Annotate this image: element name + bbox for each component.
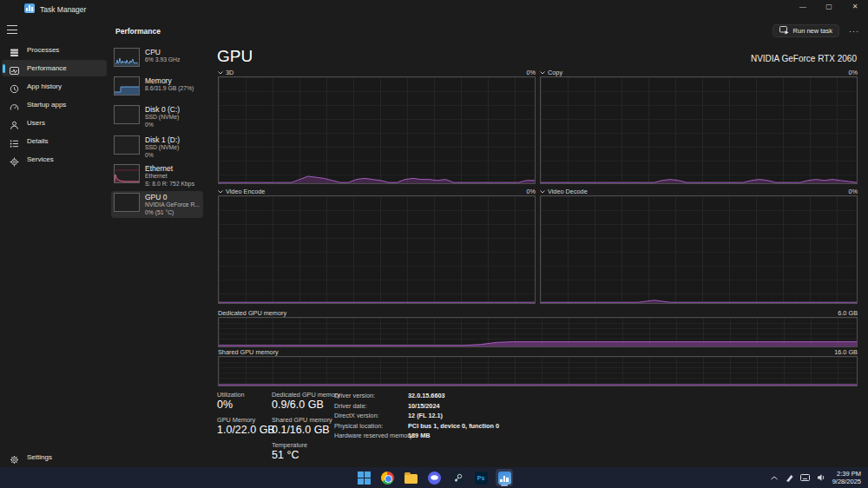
disk1-mini-chart [114,135,140,155]
detail-label: Driver version: [334,392,408,399]
sidebar-item-users[interactable]: Users [2,115,107,131]
file-explorer-taskbar-button[interactable] [402,469,419,486]
detail-value: 189 MB [408,432,499,439]
gpu-3d-percent: 0% [526,69,536,76]
minimize-button[interactable]: — [790,0,816,14]
clock-date: 9/28/2025 [832,478,861,485]
perf-list-item-disk0[interactable]: Disk 0 (C:)SSD (NVMe)0% [111,103,203,130]
steam-taskbar-button[interactable] [449,469,466,486]
volume-icon[interactable] [817,469,825,486]
sidebar-item-services[interactable]: Services [2,151,107,168]
gpu-details: Driver version:32.0.15.6603 Driver date:… [334,392,499,439]
startup-apps-icon [10,100,19,109]
sidebar-item-details[interactable]: Details [2,133,107,149]
gpu-video-decode-selector[interactable]: Video Decode 0% [540,188,858,195]
more-options-button[interactable]: ··· [847,24,861,37]
shared-memory-chart[interactable] [218,356,858,386]
gpu-video-encode-selector[interactable]: Video Encode 0% [218,188,536,195]
processes-icon [10,45,19,55]
start-button[interactable] [355,469,372,486]
dedicated-memory-sparkline [219,318,857,346]
shared-memory-value: 0.1/16.0 GB [272,424,340,437]
hidden-icons-chevron[interactable] [771,469,778,486]
gpu-video-decode-chart[interactable] [540,195,858,304]
sidebar-item-processes[interactable]: Processes [2,42,107,58]
cpu-mini-chart [114,48,140,67]
disk0-mini-chart [114,105,140,124]
window-title: Task Manager [40,5,86,14]
close-button[interactable]: ✕ [842,0,868,14]
details-icon [10,136,19,146]
pen-icon[interactable] [785,469,793,486]
photoshop-taskbar-button[interactable]: Ps [472,469,490,486]
task-manager-window: Task Manager — ▢ ✕ Processes Performance… [0,0,868,467]
chevron-down-icon [540,69,545,76]
detail-value: 12 (FL 12.1) [408,412,499,419]
task-manager-taskbar-button[interactable] [496,469,513,486]
dedicated-memory-label: Dedicated GPU memory [272,391,340,399]
detail-value: PCI bus 1, device 0, function 0 [408,422,499,430]
clock-time: 2:39 PM [837,470,861,478]
dedicated-memory-max: 6.0 GB [838,309,858,317]
touch-keyboard-icon[interactable] [800,469,810,486]
maximize-button[interactable]: ▢ [816,0,842,14]
discord-icon [428,472,441,485]
gpu-3d-selector[interactable]: 3D 0% [218,69,536,76]
gpu-copy-chart[interactable] [540,76,858,184]
detail-value: 32.0.15.6603 [408,392,499,399]
perf-list-item-disk1[interactable]: Disk 1 (D:)SSD (NVMe)0% [111,134,203,161]
perf-list-item-ethernet[interactable]: EthernetEthernetS: 8.0 R: 752 Kbps [111,162,203,189]
gpu-copy-percent: 0% [848,69,858,76]
page-title: Performance [115,27,161,36]
detail-label: Hardware reserved memory: [334,432,408,439]
ethernet-mini-chart [114,164,140,183]
dedicated-memory-value: 0.9/6.0 GB [272,399,340,412]
gpu-copy-selector[interactable]: Copy 0% [540,69,858,76]
steam-icon [451,472,464,485]
sidebar-item-app-history[interactable]: App history [2,78,107,95]
gpu-panel-title: GPU [217,47,253,66]
gpu-video-encode-chart[interactable] [218,195,536,304]
detail-label: Physical location: [334,422,408,430]
shared-memory-label: Shared GPU memory [272,416,340,424]
taskbar: Ps 2:39 PM 9/28/2025 [0,467,868,488]
sidebar-item-settings[interactable]: Settings [2,449,107,465]
settings-gear-icon [10,452,19,462]
selection-accent-bar [3,64,5,73]
detail-value: 10/15/2024 [408,402,499,410]
stats-column-2: Dedicated GPU memory 0.9/6.0 GB Shared G… [272,391,340,466]
perf-list-item-memory[interactable]: Memory8.6/31.9 GB (27%) [111,75,203,97]
services-icon [10,155,19,164]
discord-taskbar-button[interactable] [425,469,443,486]
users-icon [10,118,19,128]
chrome-taskbar-button[interactable] [378,469,396,486]
windows-start-icon [358,472,371,485]
dedicated-memory-header: Dedicated GPU memory 6.0 GB [218,309,858,317]
shared-memory-sparkline [219,357,857,386]
perf-list-item-gpu0[interactable]: GPU 0NVIDIA GeForce R...0% (51 °C) [111,191,203,218]
performance-icon [10,63,19,73]
gpu-video-encode-percent: 0% [526,188,536,195]
taskbar-clock[interactable]: 2:39 PM 9/28/2025 [832,469,861,486]
app-history-icon [10,82,19,91]
sidebar-item-startup-apps[interactable]: Startup apps [2,96,107,113]
memory-mini-chart [114,76,140,96]
gpu-memory-value: 1.0/22.0 GB [217,424,275,437]
utilization-value: 0% [217,399,275,412]
chevron-down-icon [218,69,223,76]
detail-label: DirectX version: [334,412,408,419]
gpu-video-decode-percent: 0% [848,188,858,195]
run-new-task-button[interactable]: Run new task [773,24,839,37]
chevron-down-icon [218,188,223,195]
utilization-label: Utilization [217,391,275,399]
gpu-copy-sparkline [541,77,857,183]
dedicated-memory-chart[interactable] [218,317,858,347]
folder-icon [404,474,418,484]
temperature-label: Temperature [272,441,340,449]
sidebar-item-performance[interactable]: Performance [2,60,107,76]
photoshop-icon: Ps [475,472,488,485]
perf-list-item-cpu[interactable]: CPU6% 3.93 GHz [111,46,203,69]
detail-label: Driver date: [334,402,408,410]
gpu-3d-chart[interactable] [218,76,536,184]
menu-toggle-button[interactable] [7,25,17,34]
